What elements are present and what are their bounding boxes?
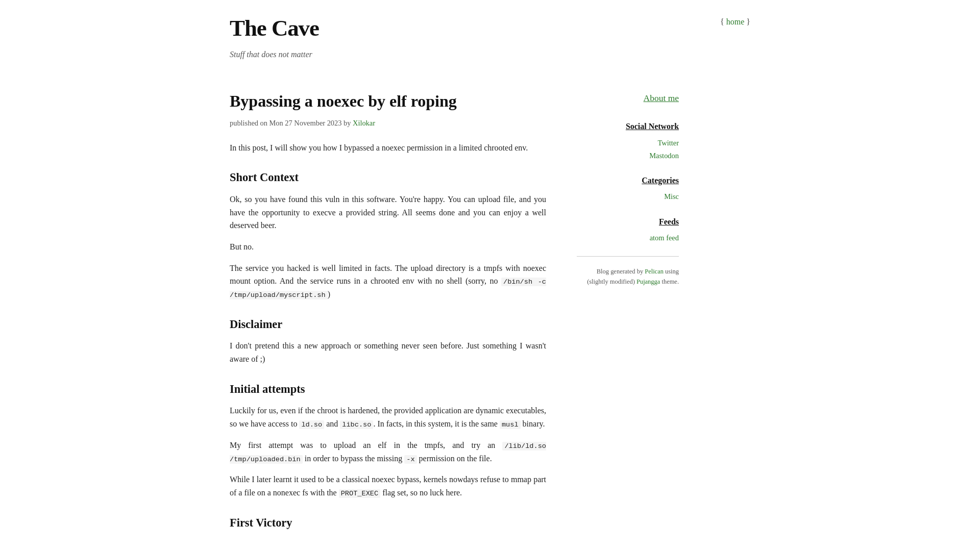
short-context-p1: Ok, so you have found this vuln in this … bbox=[230, 193, 546, 232]
site-header: The Cave Stuff that does not matter { ho… bbox=[230, 10, 750, 61]
initial-attempts-heading: Initial attempts bbox=[230, 380, 546, 398]
sidebar-categories: Categories Misc bbox=[577, 174, 679, 203]
atom-feed-link[interactable]: atom feed bbox=[577, 232, 679, 244]
sidebar: About me Social Network Twitter Mastodon… bbox=[577, 91, 679, 287]
ia-code3: musl bbox=[500, 420, 521, 429]
published-prefix: published on bbox=[230, 119, 270, 127]
short-context-p3: The service you hacked is well limited i… bbox=[230, 262, 546, 301]
published-by: by bbox=[341, 119, 353, 127]
mastodon-link[interactable]: Mastodon bbox=[577, 150, 679, 162]
ia-code2: libc.so bbox=[340, 420, 373, 429]
sc-p3-pre: The service you hacked is well limited i… bbox=[230, 264, 546, 286]
site-title: The Cave bbox=[230, 10, 319, 47]
categories-title: Categories bbox=[577, 174, 679, 187]
initial-attempts-p1: Luckily for us, even if the chroot is ha… bbox=[230, 404, 546, 430]
about-me-link[interactable]: About me bbox=[644, 93, 679, 103]
disclaimer-heading: Disclaimer bbox=[230, 315, 546, 334]
nav-after: } bbox=[744, 17, 750, 26]
ia-p2-post: in order to bypass the missing bbox=[303, 454, 405, 463]
disclaimer-p1: I don't pretend this a new approach or s… bbox=[230, 339, 546, 365]
post-body: In this post, I will show you how I bypa… bbox=[230, 141, 546, 532]
ia-p1-mid: and bbox=[324, 419, 340, 428]
initial-attempts-p2: My first attempt was to upload an elf in… bbox=[230, 439, 546, 465]
first-victory-heading: First Victory bbox=[230, 514, 546, 532]
published-date: Mon 27 November 2023 bbox=[270, 119, 342, 127]
pujangga-link[interactable]: Pujangga bbox=[636, 278, 660, 285]
ia-code1: ld.so bbox=[299, 420, 324, 429]
twitter-link[interactable]: Twitter bbox=[577, 137, 679, 149]
nav-before: { bbox=[720, 17, 726, 26]
short-context-heading: Short Context bbox=[230, 168, 546, 187]
ia-code5: -x bbox=[404, 455, 416, 464]
top-nav: { home } bbox=[720, 15, 750, 29]
sidebar-feeds: Feeds atom feed bbox=[577, 215, 679, 244]
content-area: Bypassing a noexec by elf roping publish… bbox=[230, 91, 750, 538]
ia-p2-end: permission on the file. bbox=[417, 454, 492, 463]
ia-p3-post: flag set, so no luck here. bbox=[380, 488, 462, 497]
sidebar-divider bbox=[577, 256, 679, 257]
short-context-p2: But no. bbox=[230, 240, 546, 254]
ia-p1-post: . In facts, in this system, it is the sa… bbox=[373, 419, 500, 428]
misc-link[interactable]: Misc bbox=[577, 191, 679, 203]
sc-p3-post: ) bbox=[328, 290, 330, 298]
author-link[interactable]: Xilokar bbox=[353, 119, 375, 127]
ia-p2-pre: My first attempt was to upload an elf in… bbox=[230, 441, 502, 449]
sidebar-footer: Blog generated by Pelican using (slightl… bbox=[577, 267, 679, 287]
post-intro: In this post, I will show you how I bypa… bbox=[230, 141, 546, 155]
main-content: Bypassing a noexec by elf roping publish… bbox=[230, 91, 546, 538]
sidebar-social-network: Social Network Twitter Mastodon bbox=[577, 120, 679, 162]
sidebar-about: About me bbox=[577, 91, 679, 106]
ia-p1-end: binary. bbox=[521, 419, 545, 428]
social-network-title: Social Network bbox=[577, 120, 679, 133]
nav-home-link[interactable]: home bbox=[726, 17, 745, 26]
footer-suffix: theme. bbox=[660, 278, 679, 285]
post-meta: published on Mon 27 November 2023 by Xil… bbox=[230, 117, 546, 129]
site-subtitle: Stuff that does not matter bbox=[230, 48, 319, 61]
feeds-title: Feeds bbox=[577, 215, 679, 229]
post-title: Bypassing a noexec by elf roping bbox=[230, 91, 546, 111]
initial-attempts-p3: While I later learnt it used to be a cla… bbox=[230, 473, 546, 499]
ia-code6: PROT_EXEC bbox=[339, 489, 380, 498]
footer-prefix: Blog generated by bbox=[597, 268, 645, 275]
pelican-link[interactable]: Pelican bbox=[645, 268, 664, 275]
